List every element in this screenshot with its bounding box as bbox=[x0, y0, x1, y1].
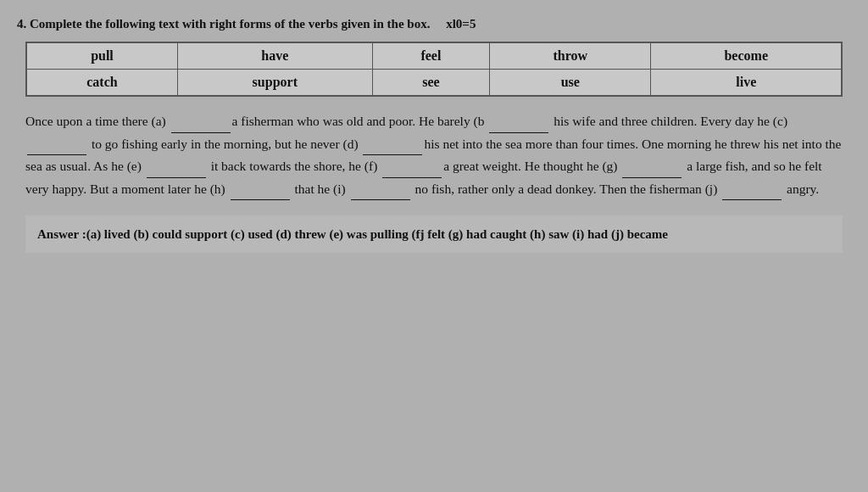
blank-d bbox=[363, 133, 422, 156]
blank-b bbox=[489, 110, 548, 133]
blank-f bbox=[382, 155, 442, 178]
question-text: 4. Complete the following text with righ… bbox=[17, 17, 430, 31]
blank-i bbox=[351, 178, 410, 201]
blank-j bbox=[722, 178, 782, 201]
verb-row-2: catch support see use live bbox=[26, 70, 842, 97]
question-header: 4. Complete the following text with righ… bbox=[17, 17, 851, 31]
answer-text: Answer :(a) lived (b) could support (c) … bbox=[37, 227, 668, 241]
blank-c bbox=[27, 133, 86, 156]
verb-have: have bbox=[178, 42, 372, 70]
text-9: no fish, rather only a dead donkey. Then… bbox=[412, 182, 721, 196]
verb-become: become bbox=[651, 42, 842, 70]
verb-row-1: pull have feel throw become bbox=[26, 42, 842, 70]
verb-catch: catch bbox=[26, 70, 178, 97]
answer-box: Answer :(a) lived (b) could support (c) … bbox=[25, 215, 843, 253]
text-6: a great weight. He thought he (g) bbox=[443, 159, 620, 173]
text-10: angry. bbox=[783, 182, 819, 196]
verb-throw: throw bbox=[490, 42, 651, 70]
verb-table: pull have feel throw become catch suppor… bbox=[25, 42, 843, 97]
verb-support: support bbox=[178, 70, 372, 97]
blank-e bbox=[147, 155, 206, 178]
verb-see: see bbox=[372, 70, 490, 97]
paragraph-text: Once upon a time there (a) a fisherman w… bbox=[17, 110, 851, 200]
verb-pull: pull bbox=[26, 42, 178, 70]
score-text: xl0=5 bbox=[446, 17, 476, 31]
verb-use: use bbox=[490, 70, 651, 97]
text-2: his wife and three children. Every day h… bbox=[550, 114, 787, 128]
text-3: to go fishing early in the morning, but … bbox=[88, 137, 361, 151]
text-before-a: Once upon a time there (a) bbox=[25, 114, 170, 128]
text-1: a fisherman who was old and poor. He bar… bbox=[232, 114, 488, 128]
text-5: it back towards the shore, he (f) bbox=[208, 159, 381, 173]
verb-live: live bbox=[651, 70, 842, 97]
text-8: that he (i) bbox=[292, 182, 349, 196]
verb-feel: feel bbox=[372, 42, 490, 70]
blank-a bbox=[171, 110, 231, 133]
blank-h bbox=[231, 178, 290, 201]
blank-g bbox=[622, 155, 682, 178]
